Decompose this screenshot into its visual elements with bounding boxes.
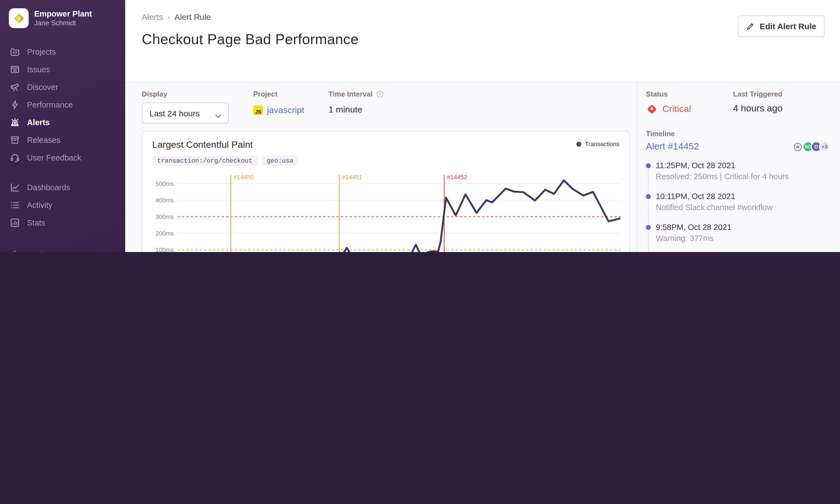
timeline-connector-line [648,165,649,252]
org-logo-icon [9,8,29,28]
main-column: Display Last 24 hours Project JS javas [142,83,630,252]
sidebar-item-stats[interactable]: Stats [0,214,125,232]
timeline-event: 10:11PM, Oct 28 2021Notified Slack chann… [656,192,830,212]
page-header: Alerts › Alert Rule Checkout Page Bad Pe… [125,0,840,83]
event-time: 10:11PM, Oct 28 2021 [656,192,830,201]
list-icon [10,200,20,210]
page-title: Checkout Page Bad Performance [142,31,823,48]
help-circle-icon[interactable]: ? [376,90,383,98]
timeline-event: 9:58PM, Oct 28 2021Warning: 377ms [656,223,830,242]
chart-filter-tag: geo:usa [262,156,298,166]
sidebar-item-performance[interactable]: Performance [0,96,125,113]
breadcrumb-current: Alert Rule [175,12,211,21]
chevron-down-icon [215,111,221,115]
svg-text:#14451: #14451 [342,174,362,181]
display-label: Display [142,90,229,98]
status-block: Status Critical [646,90,733,115]
folder-code-icon [10,47,20,57]
avatar-stack: SCD+3 [805,141,830,152]
right-panel: Status Critical Last Triggered 4 hours a… [637,83,840,252]
subscribe-eye-icon[interactable] [792,141,803,152]
app-root: Empower Plant Jane Schmidt ProjectsIssue… [0,0,840,252]
svg-text:300ms: 300ms [156,213,174,220]
org-user-name: Jane Schmidt [34,19,92,28]
content-row: Display Last 24 hours Project JS javas [125,83,840,252]
sidebar-item-alerts[interactable]: Alerts [0,113,125,131]
chart-legend: Transactions [577,141,619,147]
svg-text:?: ? [379,92,381,96]
stack-icon [10,65,20,74]
last-triggered-value: 4 hours ago [733,103,783,114]
project-link[interactable]: javascript [267,105,304,115]
telescope-icon [10,82,20,92]
status-value: Critical [662,104,691,115]
sidebar-item-projects[interactable]: Projects [0,43,125,61]
project-label: Project [253,90,304,98]
chart-tags: transaction:/org/checkoutgeo:usa [152,156,619,166]
status-label: Status [646,90,733,98]
sidebar-item-activity[interactable]: Activity [0,196,125,214]
svg-text:#14452: #14452 [447,174,467,181]
display-range-dropdown[interactable]: Last 24 hours [142,103,229,124]
event-time: 11:25PM, Oct 28 2021 [656,161,830,170]
archive-icon [10,135,20,145]
svg-text:400ms: 400ms [156,197,174,204]
interval-value: 1 minute [328,105,383,115]
siren-icon [10,118,20,127]
timeline-event: 11:25PM, Oct 28 2021Resolved: 250ms | Cr… [656,161,830,181]
event-description: Notified Slack channel #workflow [656,203,830,212]
legend-dot-icon [577,141,582,146]
sidebar-item-issues[interactable]: Issues [0,61,125,78]
org-name: Empower Plant [34,9,92,19]
event-description: Warning: 377ms [656,234,830,242]
avatar-chip-plus3[interactable]: +3 [819,141,830,152]
interval-label: Time Interval [328,90,373,98]
sidebar-item-settings[interactable]: Settings [0,246,125,252]
lightning-icon [10,100,20,110]
edit-alert-rule-button[interactable]: Edit Alert Rule [738,15,825,37]
svg-text:500ms: 500ms [156,180,174,187]
breadcrumb-separator: › [167,12,170,21]
timeline-subscribers: SCD+3 [792,141,830,152]
alert-id-link[interactable]: Alert #14452 [646,141,699,152]
line-chart-icon [10,182,20,193]
javascript-platform-icon: JS [253,105,263,115]
gear-icon [10,250,20,252]
chart-filter-tag: transaction:/org/checkout [152,156,257,166]
event-description: Resolved: 250ms | Critical for 4 hours [656,172,830,181]
svg-text:100ms: 100ms [156,247,174,252]
lcp-chart: 0 ms100ms200ms300ms400ms500ms#14450#1445… [152,168,621,252]
breadcrumb-alerts-link[interactable]: Alerts [142,12,163,21]
last-triggered-label: Last Triggered [733,90,783,98]
bar-chart-icon [10,218,20,228]
pencil-icon [746,22,754,30]
sidebar-item-user-feedback[interactable]: User Feedback [0,149,125,166]
chart-title: Largest Contentful Paint [152,140,619,150]
headset-icon [10,153,20,163]
chart-plot-area: 0 ms100ms200ms300ms400ms500ms#14450#1445… [142,166,629,252]
legend-label: Transactions [585,141,619,147]
svg-text:200ms: 200ms [156,230,174,237]
org-switcher[interactable]: Empower Plant Jane Schmidt [0,0,125,28]
sidebar: Empower Plant Jane Schmidt ProjectsIssue… [0,0,125,252]
last-triggered-block: Last Triggered 4 hours ago [733,90,783,115]
interval-control: Time Interval ? 1 minute [328,90,383,124]
project-control: Project JS javascript [253,90,304,124]
lcp-chart-card: Largest Contentful Paint transaction:/or… [142,131,630,252]
controls-row: Display Last 24 hours Project JS javas [142,90,630,124]
timeline-label: Timeline [646,130,830,138]
breadcrumb: Alerts › Alert Rule [142,12,823,21]
sidebar-nav: ProjectsIssuesDiscoverPerformanceAlertsR… [0,28,125,252]
sidebar-item-releases[interactable]: Releases [0,131,125,149]
svg-text:#14450: #14450 [234,174,254,181]
timeline-events: 11:25PM, Oct 28 2021Resolved: 250ms | Cr… [646,161,830,252]
critical-diamond-fire-icon [646,103,658,115]
sidebar-item-dashboards[interactable]: Dashboards [0,179,125,196]
display-control: Display Last 24 hours [142,90,229,124]
main-area: Alerts › Alert Rule Checkout Page Bad Pe… [125,0,840,252]
sidebar-item-discover[interactable]: Discover [0,78,125,96]
event-time: 9:58PM, Oct 28 2021 [656,223,830,232]
